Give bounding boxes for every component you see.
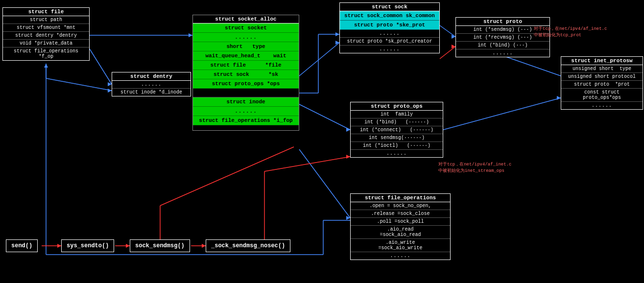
inet-protosw-type: unsigned short type <box>561 65 643 73</box>
socket-alloc-row-dots1: ...... <box>193 33 299 42</box>
struct-proto-dots: ...... <box>456 49 549 57</box>
struct-file-box: struct file struct path struct vfsmount … <box>2 7 90 61</box>
struct-file-ops-box: struct file_operations .open = sock_no_o… <box>350 193 451 260</box>
struct-proto-ops-box: struct proto_ops int family int (*bind) … <box>350 102 443 158</box>
flow-sock-sendmsg: sock_sendmsg() <box>130 239 190 252</box>
socket-alloc-row-dots2: ...... <box>193 107 299 116</box>
socket-alloc-row-ifop: struct file_operations *i_fop <box>193 116 299 125</box>
struct-sock-dots2: ...... <box>340 46 439 53</box>
struct-file-row-5: struct file_operations*f_op <box>3 47 89 60</box>
struct-sock-creator: struct proto *sk_prot_creator <box>340 38 439 46</box>
struct-dentry-row-2: struct inode *d_inode <box>112 89 191 96</box>
struct-inet-protosw-box: struct inet_protosw unsigned short type … <box>561 56 643 110</box>
struct-file-row-3: struct dentry *dentry <box>3 32 89 40</box>
inet-protosw-protocol: unsigned short protocol <box>561 73 643 81</box>
struct-dentry-box: struct dentry ...... struct inode *d_ino… <box>112 72 191 96</box>
struct-sock-title: struct sock <box>340 3 439 11</box>
file-ops-poll: .poll =sock_poll <box>351 218 450 226</box>
struct-dentry-row-1: ...... <box>112 81 191 89</box>
struct-inet-protosw-title: struct inet_protosw <box>561 57 643 65</box>
struct-file-row-2: struct vfsmount *mnt <box>3 24 89 32</box>
struct-file-row-4: void *private_data <box>3 40 89 47</box>
inet-protosw-dots: ...... <box>561 102 643 109</box>
socket-alloc-row-sk: struct sock *sk <box>193 70 299 79</box>
struct-file-row-1: struct path <box>3 16 89 24</box>
file-ops-aio-write: .aio_write=sock_aio_write <box>351 239 450 252</box>
struct-sock-box: struct sock struct sock_common sk_common… <box>339 2 440 53</box>
annotation-tcp-prot: 对于tcp，在net/ipv4/af_inet.c中被初始化为tcp_prot <box>534 26 607 38</box>
proto-ops-dots: ...... <box>351 150 443 157</box>
proto-ops-sendmsg: int sendmsg(······) <box>351 134 443 142</box>
struct-sock-prot: struct proto *ske_prot <box>340 21 439 30</box>
socket-alloc-row-file: struct file *file <box>193 61 299 70</box>
flow-send: send() <box>6 239 38 252</box>
struct-file-ops-title: struct file_operations <box>351 194 450 202</box>
inet-protosw-ops: const structproto_ops*ops <box>561 89 643 102</box>
annotation-inet-stream-ops: 对于tcp，在net/ipv4/af_inet.c中被初始化为inet_stre… <box>438 162 511 174</box>
proto-ops-connect: int (*connect) (······) <box>351 126 443 134</box>
proto-ops-bind: int (*bind) (······) <box>351 118 443 126</box>
file-ops-aio-read: .aio_read=sock_aio_read <box>351 226 450 239</box>
socket-alloc-row-ops: struct proto_ops *ops <box>193 79 299 89</box>
struct-proto-bind: int (*bind) (···) <box>456 42 549 49</box>
struct-dentry-title: struct dentry <box>112 72 191 81</box>
struct-sock-common: struct sock_common sk_common <box>340 11 439 21</box>
struct-socket-alloc-box: struct socket_alloc struct socket ......… <box>192 15 299 131</box>
struct-file-title: struct file <box>3 8 89 16</box>
file-ops-dots: ...... <box>351 252 450 259</box>
file-ops-open: .open = sock_no_open, <box>351 202 450 210</box>
flow-sys-sendto: sys_sendto() <box>61 239 114 252</box>
socket-alloc-row-wait: wait_queue_head_t wait <box>193 51 299 61</box>
struct-proto-ops-title: struct proto_ops <box>351 102 443 111</box>
proto-ops-family: int family <box>351 111 443 118</box>
struct-proto-title: struct proto <box>456 18 549 26</box>
file-ops-release: .release =sock_close <box>351 210 450 218</box>
socket-alloc-row-inode: struct inode <box>193 97 299 107</box>
inet-protosw-prot: struct proto *prot <box>561 81 643 89</box>
socket-alloc-row-type: short type <box>193 42 299 51</box>
socket-alloc-row-socket: struct socket <box>193 24 299 33</box>
struct-socket-alloc-title: struct socket_alloc <box>193 15 299 24</box>
flow-sock-sendmsg-nosec: _sock_sendmsg_nosec() <box>206 239 290 252</box>
proto-ops-ioctl: int (*ioctl) (······) <box>351 142 443 150</box>
struct-sock-dots: ...... <box>340 30 439 38</box>
